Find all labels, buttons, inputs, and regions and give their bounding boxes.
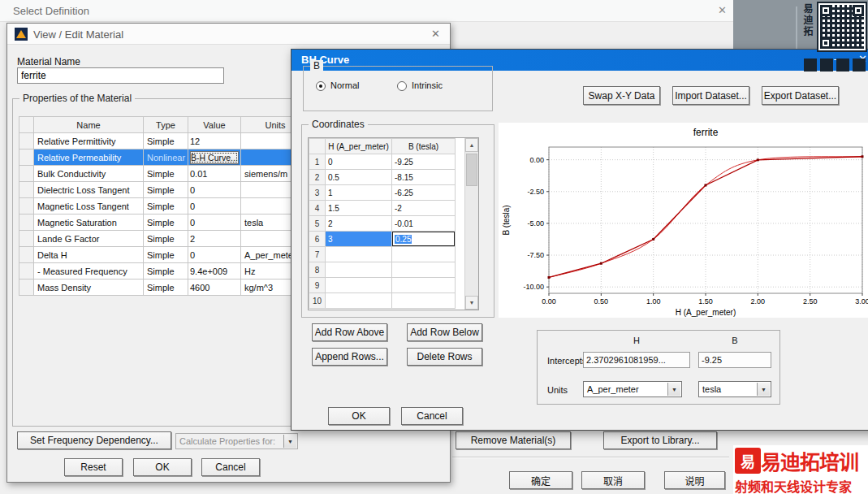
h-value-cell[interactable]: 2 [326,216,392,232]
property-value-cell[interactable]: 2 [188,231,241,247]
row-selector[interactable] [19,166,34,182]
coordinate-row[interactable]: 7 [309,247,456,262]
b-value-cell[interactable]: -0.01 [392,216,456,232]
h-value-cell[interactable]: 1 [326,185,392,201]
coordinate-row[interactable]: 9 [309,278,456,293]
b-value-cell[interactable]: -8.15 [392,170,456,185]
property-type-cell[interactable]: Simple [144,280,188,296]
delete-rows-button[interactable]: Delete Rows [407,348,482,366]
coordinate-row[interactable]: 20.5-8.15 [309,170,456,185]
property-value-cell[interactable]: 0 [188,247,241,263]
row-selector[interactable] [19,280,34,296]
export-to-library-button[interactable]: Export to Library... [603,431,717,449]
remove-material-button[interactable]: Remove Material(s) [456,431,571,449]
confirm-button[interactable]: 确定 [509,471,572,489]
property-row[interactable]: Dielectric Loss TangentSimple0 [19,182,310,198]
h-value-cell[interactable] [326,278,392,293]
b-value-cell[interactable] [392,262,456,278]
property-name-cell[interactable]: Relative Permittivity [34,133,144,150]
row-selector[interactable] [19,214,34,231]
property-row[interactable]: Delta HSimple0A_per_meter [19,247,310,263]
radio-intrinsic[interactable] [397,81,407,91]
b-value-cell[interactable]: 0.25 [392,232,456,247]
property-type-cell[interactable]: Simple [144,247,188,263]
property-type-cell[interactable]: Simple [144,133,188,150]
coordinate-row[interactable]: 31-6.25 [309,185,456,201]
row-selector[interactable] [19,198,34,214]
view-edit-material-close-icon[interactable]: ✕ [431,28,440,40]
bh-cancel-button[interactable]: Cancel [401,407,463,425]
property-value-cell[interactable]: 12 [188,133,241,150]
property-row[interactable]: Magnetic Loss TangentSimple0 [19,198,310,214]
coordinate-row[interactable]: 8 [309,262,456,278]
h-units-combo[interactable]: A_per_meter ▼ [583,381,682,397]
property-name-cell[interactable]: Mass Density [34,280,144,296]
row-number-cell[interactable]: 10 [309,293,326,309]
property-value-cell[interactable]: 0 [188,182,241,198]
column-header-name[interactable]: Name [34,117,144,133]
row-number-cell[interactable]: 2 [309,170,326,185]
row-number-cell[interactable]: 3 [309,185,326,201]
b-value-cell[interactable]: -2 [392,201,456,216]
b-value-cell[interactable] [392,278,456,293]
coordinate-row[interactable]: 41.5-2 [309,201,456,216]
property-row[interactable]: Mass DensitySimple4600kg/m^3 [19,280,310,296]
h-value-cell[interactable]: 1.5 [326,201,392,216]
property-type-cell[interactable]: Simple [144,166,188,182]
column-header-h[interactable]: H (A_per_meter) [326,139,392,154]
row-number-cell[interactable]: 9 [309,278,326,293]
cell-editor[interactable]: 0.25 [392,232,455,246]
row-number-cell[interactable]: 4 [309,201,326,216]
property-type-cell[interactable]: Simple [144,214,188,231]
reset-button[interactable]: Reset [64,458,123,476]
row-selector[interactable] [19,150,34,166]
add-row-above-button[interactable]: Add Row Above [312,323,387,341]
bh-ok-button[interactable]: OK [328,407,390,425]
column-header-value[interactable]: Value [188,117,241,133]
property-type-cell[interactable]: Simple [144,231,188,247]
property-name-cell[interactable]: Magnetic Saturation [34,214,144,231]
material-name-input[interactable] [17,67,224,84]
b-value-cell[interactable] [392,293,456,309]
material-cancel-button[interactable]: Cancel [201,458,260,476]
h-value-cell[interactable] [326,262,392,278]
property-value-cell[interactable]: 9.4e+009 [188,263,241,280]
property-row[interactable]: Magnetic SaturationSimple0tesla [19,214,310,231]
scroll-down-icon[interactable]: ▼ [465,296,478,310]
property-type-cell[interactable]: Simple [144,263,188,280]
h-value-cell[interactable] [326,293,392,309]
scroll-up-icon[interactable]: ▲ [465,138,478,152]
swap-xy-data-button[interactable]: Swap X-Y Data [583,86,660,105]
row-number-cell[interactable]: 1 [309,154,326,170]
property-value-cell[interactable]: 0 [188,198,241,214]
h-value-cell[interactable]: 0.5 [326,170,392,185]
coordinate-row[interactable]: 52-0.01 [309,216,456,232]
vertical-scrollbar[interactable]: ▲ ▼ [464,138,478,310]
b-value-cell[interactable]: -6.25 [392,185,456,201]
import-dataset-button[interactable]: Import Dataset... [672,86,749,105]
row-number-cell[interactable]: 8 [309,262,326,278]
property-name-cell[interactable]: Magnetic Loss Tangent [34,198,144,214]
property-name-cell[interactable]: Lande G Factor [34,231,144,247]
row-selector[interactable] [19,231,34,247]
property-name-cell[interactable]: Dielectric Loss Tangent [34,182,144,198]
radio-intrinsic-label[interactable]: Intrinsic [412,80,443,90]
h-value-cell[interactable]: 0 [326,154,392,170]
help-button[interactable]: 说明 [664,471,725,489]
property-row[interactable]: Lande G FactorSimple2 [19,231,310,247]
property-name-cell[interactable]: - Measured Frequency [34,263,144,280]
material-ok-button[interactable]: OK [133,458,192,476]
row-selector[interactable] [19,133,34,150]
property-row[interactable]: - Measured FrequencySimple9.4e+009Hz [19,263,310,280]
calculate-properties-combo[interactable]: Calculate Properties for: ▼ [175,433,298,449]
row-number-cell[interactable]: 5 [309,216,326,232]
radio-normal[interactable] [316,81,326,91]
property-name-cell[interactable]: Relative Permeability [34,150,144,166]
row-selector[interactable] [19,247,34,263]
row-selector[interactable] [19,263,34,280]
property-type-cell[interactable]: Simple [144,182,188,198]
row-selector[interactable] [19,182,34,198]
coordinate-row[interactable]: 630.25 [309,232,456,247]
coordinate-row[interactable]: 10-9.25 [309,154,456,170]
h-value-cell[interactable]: 3 [326,232,392,247]
